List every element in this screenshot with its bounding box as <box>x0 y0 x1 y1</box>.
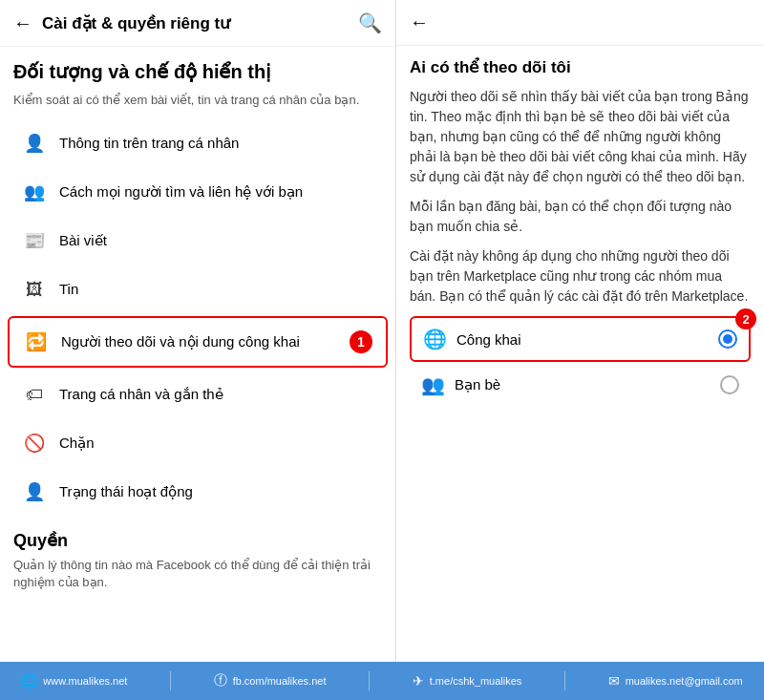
followers-icon: 🔁 <box>23 329 50 355</box>
bottom-bar: 🌐 www.mualikes.net ⓕ fb.com/mualikes.net… <box>0 662 764 700</box>
bottom-email-text: mualikes.net@gmail.com <box>626 675 743 687</box>
right-content: Ai có thể theo dõi tôi Người theo dõi sẽ… <box>396 46 764 662</box>
section1-title: Đối tượng và chế độ hiển thị <box>0 47 395 88</box>
option-friends[interactable]: 👥 Bạn bè <box>410 364 751 406</box>
bottom-telegram-text: t.me/cshk_mualikes <box>430 675 522 687</box>
post-icon: 📰 <box>21 227 48 254</box>
divider-3 <box>564 671 565 690</box>
section2-desc: Quản lý thông tin nào mà Facebook có thể… <box>0 555 395 599</box>
option-public[interactable]: 🌐 Công khai 2 <box>410 316 751 362</box>
radio-friends[interactable] <box>720 375 739 394</box>
left-header-title: Cài đặt & quyền riêng tư <box>42 13 230 33</box>
badge-1: 1 <box>350 330 372 353</box>
menu-item-followers[interactable]: 🔁 Người theo dõi và nội dung công khai 1 <box>8 316 388 368</box>
left-back-button[interactable]: ← <box>13 12 32 34</box>
left-content: Đối tượng và chế độ hiển thị Kiểm soát a… <box>0 47 395 662</box>
menu-item-label: Người theo dõi và nội dung công khai <box>61 332 300 351</box>
stories-icon: 🖼 <box>21 276 48 303</box>
profile-icon: 👤 <box>21 130 48 157</box>
right-para-1: Người theo dõi sẽ nhìn thấy bài viết của… <box>410 87 751 187</box>
right-title: Ai có thể theo dõi tôi <box>410 57 751 77</box>
menu-item-label: Trạng thái hoạt động <box>59 482 193 501</box>
bottom-website-text: www.mualikes.net <box>43 675 127 687</box>
menu-item-label: Thông tin trên trang cá nhân <box>59 134 239 153</box>
bottom-item-email[interactable]: ✉ mualikes.net@gmail.com <box>608 673 743 689</box>
bottom-item-telegram[interactable]: ✈ t.me/cshk_mualikes <box>413 673 522 689</box>
bottom-item-website[interactable]: 🌐 www.mualikes.net <box>21 673 127 689</box>
menu-item-label: Chặn <box>59 434 95 453</box>
search-icon[interactable]: 🔍 <box>358 11 382 34</box>
facebook-bottom-icon: ⓕ <box>214 672 227 689</box>
menu-item-profile-info[interactable]: 👤 Thông tin trên trang cá nhân <box>8 119 388 167</box>
menu-item-label: Bài viết <box>59 231 107 250</box>
right-para-3: Cài đặt này không áp dụng cho những ngườ… <box>410 246 751 307</box>
tag-icon: 🏷 <box>21 381 48 408</box>
option-public-label: Công khai <box>456 331 709 348</box>
radio-public[interactable] <box>718 329 737 349</box>
menu-item-label: Cách mọi người tìm và liên hệ với bạn <box>59 182 303 202</box>
menu-item-block[interactable]: 🚫 Chặn <box>8 419 388 467</box>
menu-item-label: Tin <box>59 280 78 299</box>
people-icon: 👥 <box>21 179 48 205</box>
menu-item-find-contact[interactable]: 👥 Cách mọi người tìm và liên hệ với bạn <box>8 168 388 216</box>
active-icon: 👤 <box>21 478 48 505</box>
email-bottom-icon: ✉ <box>608 673 620 689</box>
right-para-2: Mỗi lần bạn đăng bài, bạn có thể chọn đố… <box>410 197 751 237</box>
block-icon: 🚫 <box>21 430 48 456</box>
left-panel: ← Cài đặt & quyền riêng tư 🔍 Đối tượng v… <box>0 0 396 662</box>
right-back-button[interactable]: ← <box>410 11 429 32</box>
right-panel: ← Ai có thể theo dõi tôi Người theo dõi … <box>396 0 764 662</box>
globe-icon: 🌐 <box>423 328 447 350</box>
right-header: ← <box>396 0 764 46</box>
menu-item-posts[interactable]: 📰 Bài viết <box>8 217 388 265</box>
friends-icon: 👥 <box>421 373 445 396</box>
bottom-item-fb[interactable]: ⓕ fb.com/mualikes.net <box>214 672 327 689</box>
bottom-fb-text: fb.com/mualikes.net <box>233 675 327 687</box>
menu-item-profile-tags[interactable]: 🏷 Trang cá nhân và gắn thẻ <box>8 371 388 418</box>
left-header: ← Cài đặt & quyền riêng tư 🔍 <box>0 0 395 47</box>
divider-1 <box>170 671 171 690</box>
section2-title: Quyền <box>0 517 395 555</box>
divider-2 <box>369 671 370 690</box>
left-header-left: ← Cài đặt & quyền riêng tư <box>13 12 230 34</box>
menu-item-active-status[interactable]: 👤 Trạng thái hoạt động <box>8 468 388 516</box>
menu-item-stories[interactable]: 🖼 Tin <box>8 265 388 313</box>
globe-bottom-icon: 🌐 <box>21 673 37 689</box>
telegram-bottom-icon: ✈ <box>413 673 424 689</box>
section1-desc: Kiểm soát ai có thể xem bài viết, tin và… <box>0 88 395 118</box>
badge-2: 2 <box>735 308 756 329</box>
menu-item-label: Trang cá nhân và gắn thẻ <box>59 385 223 404</box>
option-friends-label: Bạn bè <box>455 376 711 393</box>
